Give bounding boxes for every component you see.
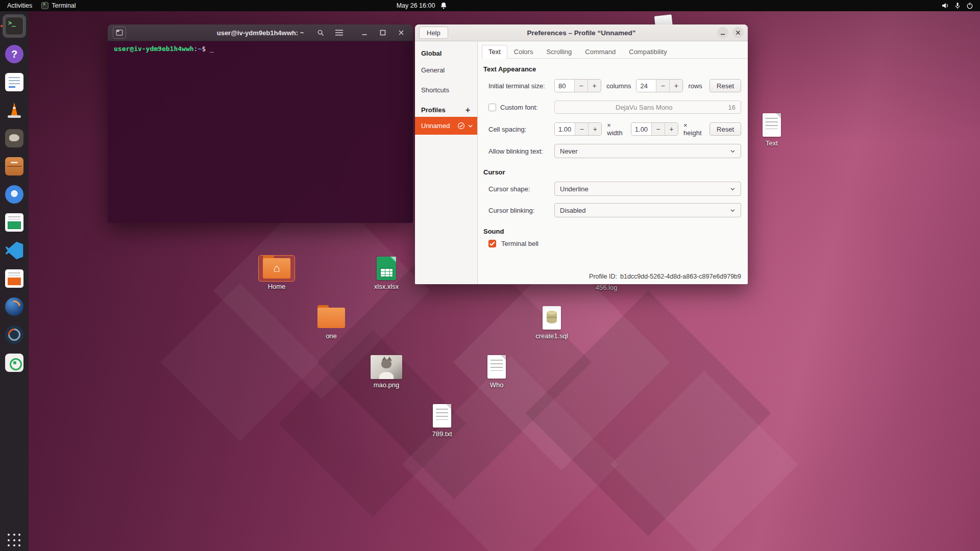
cursor-blinking-value: Disabled bbox=[560, 207, 586, 214]
columns-increment-button[interactable]: + bbox=[587, 80, 601, 92]
desktop-icon-who[interactable]: Who bbox=[475, 354, 518, 389]
profiles-label: Profiles bbox=[421, 106, 446, 114]
preferences-titlebar[interactable]: Help Preferences – Profile “Unnamed” bbox=[415, 24, 748, 41]
add-profile-button[interactable]: + bbox=[464, 108, 471, 113]
custom-font-checkbox[interactable] bbox=[488, 104, 496, 111]
menu-button[interactable] bbox=[332, 27, 346, 39]
preferences-main: Text Colors Scrolling Command Compatibil… bbox=[478, 41, 748, 284]
terminal-titlebar[interactable]: user@iv-ydm9eb1h4wwh: ~ bbox=[108, 24, 413, 41]
cell-height-decrement-button[interactable]: − bbox=[651, 123, 665, 135]
cell-height-increment-button[interactable]: + bbox=[665, 123, 678, 135]
notification-bell-icon bbox=[440, 2, 447, 9]
close-button[interactable] bbox=[395, 27, 408, 39]
desktop-icon-label: xlsx.xlsx bbox=[374, 283, 399, 290]
clock-label: May 26 16:00 bbox=[397, 2, 435, 9]
maximize-button[interactable] bbox=[376, 27, 389, 39]
terminal-bell-label: Terminal bell bbox=[501, 240, 538, 247]
minimize-icon bbox=[361, 30, 368, 36]
custom-font-picker[interactable]: DejaVu Sans Mono 16 bbox=[554, 101, 741, 114]
database-file-icon bbox=[538, 305, 565, 331]
dock-libreoffice-calc[interactable] bbox=[3, 211, 26, 234]
focused-app-menu[interactable]: Terminal bbox=[41, 2, 76, 9]
desktop-icon-label: create1.sql bbox=[535, 332, 568, 340]
custom-font-row: Custom font: DejaVu Sans Mono 16 bbox=[488, 100, 741, 114]
font-size-value: 16 bbox=[728, 104, 736, 111]
vscode-icon bbox=[5, 241, 23, 260]
desktop-icon-label: one bbox=[326, 332, 337, 340]
cell-height-value[interactable]: 1.00 bbox=[631, 123, 651, 135]
cell-width-value[interactable]: 1.00 bbox=[555, 123, 575, 135]
dock-libreoffice-impress[interactable] bbox=[3, 267, 26, 290]
spacing-reset-button[interactable]: Reset bbox=[709, 122, 741, 136]
dock-chrome[interactable] bbox=[3, 183, 26, 206]
cell-width-increment-button[interactable]: + bbox=[588, 123, 601, 135]
dock-terminal[interactable] bbox=[3, 14, 26, 38]
cell-width-spinner: 1.00 − + bbox=[554, 122, 602, 136]
dock-software-center[interactable] bbox=[3, 323, 26, 346]
terminal-content[interactable]: user@iv-ydm9eb1h4wwh:~$_ bbox=[108, 41, 413, 223]
document-file-icon bbox=[483, 354, 510, 380]
rows-decrement-button[interactable]: − bbox=[656, 80, 669, 92]
minimize-button[interactable] bbox=[717, 27, 728, 38]
dock-gimp[interactable] bbox=[3, 127, 26, 150]
cell-width-decrement-button[interactable]: − bbox=[575, 123, 588, 135]
desktop-icon-create1sql[interactable]: create1.sql bbox=[530, 305, 573, 340]
show-applications-button[interactable] bbox=[8, 534, 21, 547]
cursor-shape-dropdown[interactable]: Underline bbox=[554, 182, 741, 196]
minimize-button[interactable] bbox=[358, 27, 371, 39]
rows-value[interactable]: 24 bbox=[636, 80, 656, 92]
desktop-icon-text[interactable]: Text bbox=[750, 112, 793, 147]
clock-menu[interactable]: May 26 16:00 bbox=[397, 2, 447, 9]
columns-decrement-button[interactable]: − bbox=[574, 80, 587, 92]
rows-increment-button[interactable]: + bbox=[669, 80, 682, 92]
font-name-value: DejaVu Sans Mono bbox=[560, 104, 728, 111]
desktop-icon-label: mao.png bbox=[374, 381, 400, 389]
terminal-bell-checkbox[interactable] bbox=[488, 240, 496, 247]
dock-help[interactable] bbox=[3, 42, 26, 66]
tab-command[interactable]: Command bbox=[578, 45, 622, 58]
dock-text-editor[interactable] bbox=[3, 70, 26, 94]
close-button[interactable] bbox=[732, 27, 744, 38]
initial-size-row: Initial terminal size: 80 − + columns 24… bbox=[488, 79, 741, 93]
folder-icon bbox=[313, 305, 349, 331]
desktop-icon-one[interactable]: one bbox=[310, 305, 353, 340]
dock-files[interactable] bbox=[3, 155, 26, 178]
cursor-blinking-label: Cursor blinking: bbox=[488, 207, 549, 214]
new-tab-button[interactable] bbox=[113, 27, 126, 39]
desktop-icon-maopng[interactable]: mao.png bbox=[365, 354, 408, 389]
profile-name-label: Unnamed bbox=[421, 122, 455, 130]
activities-button[interactable]: Activities bbox=[7, 2, 32, 9]
document-file-icon bbox=[429, 403, 455, 429]
help-button[interactable]: Help bbox=[419, 27, 448, 39]
sidebar-profile-unnamed[interactable]: Unnamed bbox=[415, 117, 477, 135]
tab-text[interactable]: Text bbox=[482, 45, 507, 59]
sound-heading: Sound bbox=[483, 228, 742, 235]
cursor-blinking-dropdown[interactable]: Disabled bbox=[554, 203, 741, 217]
blinking-text-label: Allow blinking text: bbox=[488, 147, 549, 155]
desktop-icon-home[interactable]: ⌂ Home bbox=[255, 256, 298, 290]
close-icon bbox=[398, 30, 404, 36]
blinking-text-dropdown[interactable]: Never bbox=[554, 144, 741, 158]
size-reset-button[interactable]: Reset bbox=[709, 79, 741, 92]
dock-app-center[interactable] bbox=[3, 351, 26, 374]
dock-vlc[interactable] bbox=[3, 98, 26, 122]
dock-firefox[interactable] bbox=[3, 295, 26, 318]
close-icon bbox=[736, 30, 741, 35]
system-status-menu[interactable] bbox=[941, 2, 980, 10]
tab-compatibility[interactable]: Compatibility bbox=[622, 45, 673, 58]
dock-vscode[interactable] bbox=[3, 239, 26, 262]
chevron-down-icon bbox=[730, 187, 736, 191]
custom-font-label: Custom font: bbox=[500, 104, 538, 111]
home-folder-icon: ⌂ bbox=[259, 256, 295, 281]
sidebar-item-general[interactable]: General bbox=[415, 60, 477, 80]
desktop-icon-789txt[interactable]: 789.txt bbox=[421, 403, 463, 438]
columns-value[interactable]: 80 bbox=[555, 80, 574, 92]
sidebar-item-shortcuts[interactable]: Shortcuts bbox=[415, 80, 477, 100]
chevron-down-icon[interactable] bbox=[468, 124, 473, 128]
tab-scrolling[interactable]: Scrolling bbox=[540, 45, 578, 58]
search-button[interactable] bbox=[314, 27, 327, 39]
tab-colors[interactable]: Colors bbox=[507, 45, 540, 58]
desktop-icon-xlsx[interactable]: xlsx.xlsx bbox=[365, 256, 408, 290]
image-thumbnail-icon bbox=[366, 354, 406, 380]
maximize-icon bbox=[380, 30, 386, 36]
